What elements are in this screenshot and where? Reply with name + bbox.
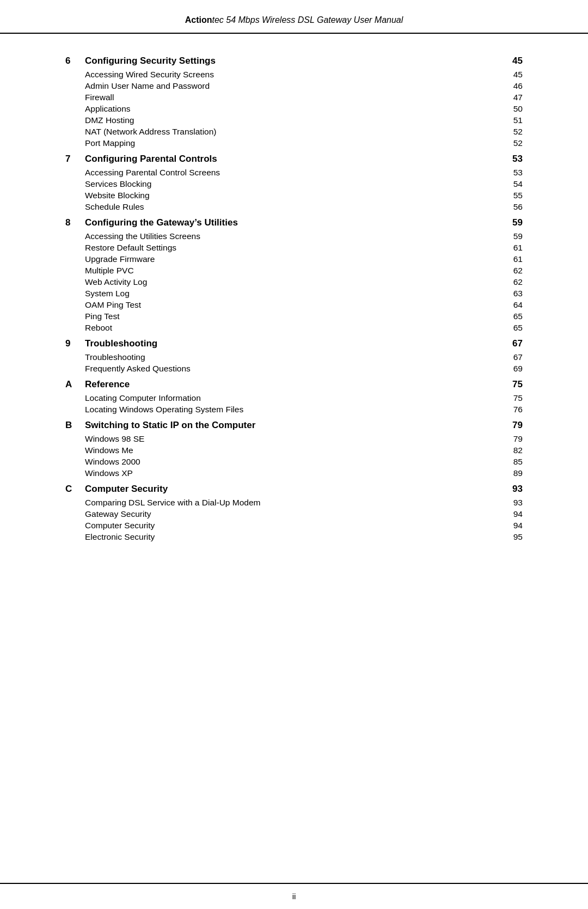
item-page: 85: [501, 457, 523, 467]
toc-item: Accessing the Utilities Screens59: [65, 231, 523, 241]
chapter-page-a: 75: [501, 379, 523, 390]
chapter-row-a: AReference75: [65, 379, 523, 390]
item-title: Website Blocking: [85, 191, 501, 200]
chapter-title-8: Configuring the Gateway’s Utilities: [85, 217, 501, 228]
item-title: Accessing Parental Control Screens: [85, 168, 501, 178]
toc-item: Firewall47: [65, 93, 523, 102]
item-page: 62: [501, 266, 523, 276]
toc-item: Web Activity Log62: [65, 277, 523, 287]
chapter-title-9: Troubleshooting: [85, 338, 501, 349]
toc-item: Windows 200085: [65, 457, 523, 467]
toc-chapter-9: 9Troubleshooting67Troubleshooting67Frequ…: [65, 338, 523, 374]
item-title: DMZ Hosting: [85, 115, 501, 125]
toc-item: Multiple PVC62: [65, 266, 523, 276]
toc-item: Troubleshooting67: [65, 352, 523, 362]
item-title: Schedule Rules: [85, 202, 501, 212]
toc-item: Comparing DSL Service with a Dial-Up Mod…: [65, 498, 523, 508]
item-page: 52: [501, 127, 523, 137]
item-title: Gateway Security: [85, 509, 501, 519]
item-page: 75: [501, 393, 523, 403]
chapter-title-6: Configuring Security Settings: [85, 56, 501, 66]
toc-item: Reboot65: [65, 323, 523, 333]
item-page: 93: [501, 498, 523, 508]
item-page: 94: [501, 521, 523, 530]
toc-item: OAM Ping Test64: [65, 300, 523, 310]
toc-item: Schedule Rules56: [65, 202, 523, 212]
item-title: Upgrade Firmware: [85, 254, 501, 264]
toc-item: Accessing Parental Control Screens53: [65, 168, 523, 178]
item-title: Windows Me: [85, 446, 501, 455]
toc-item: Electronic Security95: [65, 532, 523, 542]
item-page: 69: [501, 364, 523, 374]
item-title: Computer Security: [85, 521, 501, 530]
item-title: Windows 2000: [85, 457, 501, 467]
chapter-row-c: CComputer Security93: [65, 484, 523, 495]
item-title: Admin User Name and Password: [85, 81, 501, 91]
toc-item: Frequently Asked Questions69: [65, 364, 523, 374]
toc-item: Computer Security94: [65, 521, 523, 530]
chapter-page-b: 79: [501, 420, 523, 431]
toc-item: Restore Default Settings61: [65, 243, 523, 253]
item-title: Accessing Wired Security Screens: [85, 70, 501, 80]
item-title: Reboot: [85, 323, 501, 333]
item-page: 51: [501, 115, 523, 125]
item-page: 61: [501, 254, 523, 264]
item-title: OAM Ping Test: [85, 300, 501, 310]
chapter-title-a: Reference: [85, 379, 501, 390]
chapter-num-c: C: [65, 484, 85, 495]
item-page: 79: [501, 434, 523, 444]
toc-item: Admin User Name and Password46: [65, 81, 523, 91]
item-title: Windows 98 SE: [85, 434, 501, 444]
item-title: System Log: [85, 289, 501, 298]
toc-item: System Log63: [65, 289, 523, 298]
toc-content: 6Configuring Security Settings45Accessin…: [0, 34, 588, 883]
item-page: 95: [501, 532, 523, 542]
toc-chapter-b: BSwitching to Static IP on the Computer7…: [65, 420, 523, 478]
item-page: 65: [501, 312, 523, 321]
item-page: 64: [501, 300, 523, 310]
toc-item: Upgrade Firmware61: [65, 254, 523, 264]
item-title: Firewall: [85, 93, 501, 102]
toc-item: Windows 98 SE79: [65, 434, 523, 444]
chapter-row-b: BSwitching to Static IP on the Computer7…: [65, 420, 523, 431]
chapter-title-c: Computer Security: [85, 484, 501, 495]
page-header: Actiontec 54 Mbps Wireless DSL Gateway U…: [0, 0, 588, 34]
item-title: Electronic Security: [85, 532, 501, 542]
toc-chapter-c: CComputer Security93Comparing DSL Servic…: [65, 484, 523, 542]
item-page: 67: [501, 352, 523, 362]
chapter-row-6: 6Configuring Security Settings45: [65, 56, 523, 66]
page-footer: ii: [0, 883, 588, 909]
toc-chapter-6: 6Configuring Security Settings45Accessin…: [65, 56, 523, 148]
footer-page-number: ii: [292, 892, 296, 901]
toc-item: Services Blocking54: [65, 179, 523, 189]
chapter-row-7: 7Configuring Parental Controls53: [65, 154, 523, 164]
chapter-page-8: 59: [501, 217, 523, 228]
item-page: 94: [501, 509, 523, 519]
item-page: 89: [501, 468, 523, 478]
item-title: Locating Windows Operating System Files: [85, 405, 501, 414]
item-title: Multiple PVC: [85, 266, 501, 276]
item-title: Locating Computer Information: [85, 393, 501, 403]
chapter-num-a: A: [65, 379, 85, 390]
chapter-page-9: 67: [501, 338, 523, 349]
item-page: 47: [501, 93, 523, 102]
item-page: 65: [501, 323, 523, 333]
item-title: Accessing the Utilities Screens: [85, 231, 501, 241]
chapter-row-9: 9Troubleshooting67: [65, 338, 523, 349]
toc-item: Locating Computer Information75: [65, 393, 523, 403]
toc-item: Port Mapping52: [65, 138, 523, 148]
chapter-title-b: Switching to Static IP on the Computer: [85, 420, 501, 431]
item-title: Windows XP: [85, 468, 501, 478]
item-page: 82: [501, 446, 523, 455]
chapter-num-9: 9: [65, 338, 85, 349]
item-title: Comparing DSL Service with a Dial-Up Mod…: [85, 498, 501, 508]
toc-chapter-8: 8Configuring the Gateway’s Utilities59Ac…: [65, 217, 523, 333]
toc-item: Locating Windows Operating System Files7…: [65, 405, 523, 414]
header-title: Actiontec 54 Mbps Wireless DSL Gateway U…: [185, 15, 403, 25]
item-title: Frequently Asked Questions: [85, 364, 501, 374]
toc-item: Accessing Wired Security Screens45: [65, 70, 523, 80]
chapter-num-6: 6: [65, 56, 85, 66]
item-page: 45: [501, 70, 523, 80]
item-page: 52: [501, 138, 523, 148]
item-page: 56: [501, 202, 523, 212]
